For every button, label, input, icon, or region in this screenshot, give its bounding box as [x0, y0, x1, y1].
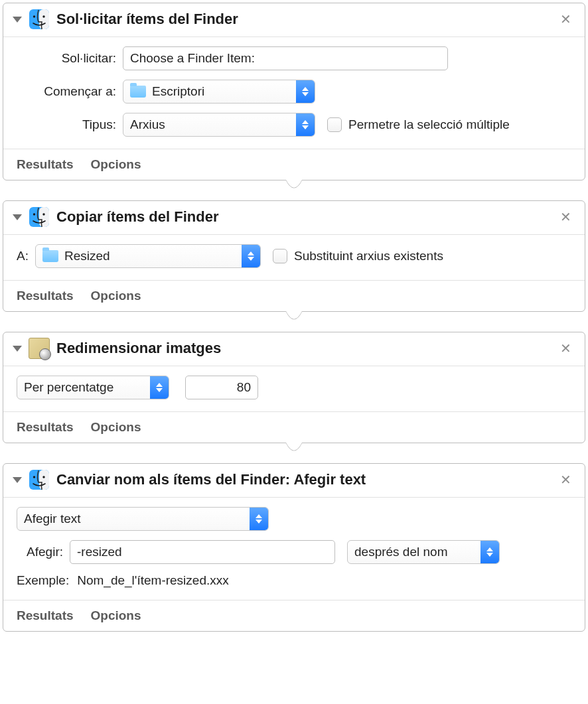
- svg-rect-9: [39, 470, 49, 490]
- close-icon[interactable]: ✕: [556, 472, 575, 488]
- results-button[interactable]: Resultats: [17, 157, 74, 172]
- action-footer: Resultats Opcions: [3, 149, 585, 180]
- start-at-select[interactable]: Escriptori: [123, 80, 315, 104]
- action-body: Per percentatge: [3, 366, 585, 411]
- workflow-connector: [3, 311, 585, 332]
- add-label: Afegir:: [17, 545, 70, 559]
- allow-multiple-label: Permetre la selecció múltiple: [348, 117, 510, 132]
- svg-rect-5: [39, 207, 49, 227]
- start-at-label: Començar a:: [17, 84, 123, 99]
- svg-point-7: [42, 213, 44, 215]
- to-folder-select[interactable]: Resized: [35, 244, 261, 268]
- rename-mode-select[interactable]: Afegir text: [17, 507, 269, 531]
- action-scale-images: Redimensionar imatges ✕ Per percentatge …: [3, 332, 585, 443]
- to-folder-value: Resized: [64, 249, 110, 263]
- svg-point-11: [42, 476, 44, 478]
- action-copy-finder-items: Copiar ítems del Finder ✕ A: Resized Sub…: [3, 200, 585, 312]
- action-footer: Resultats Opcions: [3, 600, 585, 631]
- updown-arrows-icon: [480, 541, 499, 563]
- disclosure-triangle-icon[interactable]: [13, 214, 22, 220]
- updown-arrows-icon: [242, 245, 260, 267]
- replace-existing-checkbox[interactable]: [273, 249, 287, 263]
- updown-arrows-icon: [250, 508, 268, 530]
- disclosure-triangle-icon[interactable]: [13, 346, 22, 352]
- updown-arrows-icon: [296, 80, 315, 103]
- disclosure-triangle-icon[interactable]: [13, 17, 22, 23]
- action-footer: Resultats Opcions: [3, 411, 585, 443]
- folder-icon: [130, 86, 146, 98]
- updown-arrows-icon: [296, 113, 315, 136]
- svg-point-6: [33, 213, 35, 215]
- action-body: Afegir text Afegir: després del nom Exem…: [3, 498, 585, 600]
- type-label: Tipus:: [17, 117, 123, 132]
- example-label: Exemple:: [17, 573, 69, 588]
- prompt-label: Sol·licitar:: [17, 51, 123, 66]
- options-button[interactable]: Opcions: [91, 608, 141, 623]
- action-body: A: Resized Substituint arxius existents: [3, 235, 585, 280]
- action-title: Copiar ítems del Finder: [56, 208, 556, 226]
- results-button[interactable]: Resultats: [17, 289, 74, 303]
- svg-point-3: [42, 15, 44, 17]
- rename-mode-value: Afegir text: [24, 512, 81, 526]
- results-button[interactable]: Resultats: [17, 420, 74, 435]
- options-button[interactable]: Opcions: [91, 157, 141, 172]
- svg-point-10: [33, 476, 35, 478]
- action-title: Canviar nom als ítems del Finder: Afegir…: [56, 471, 556, 488]
- close-icon[interactable]: ✕: [556, 11, 575, 27]
- workflow-connector: [3, 443, 585, 464]
- action-rename-finder-items: Canviar nom als ítems del Finder: Afegir…: [3, 463, 585, 632]
- finder-icon: [29, 206, 50, 228]
- prompt-input[interactable]: [123, 46, 448, 70]
- allow-multiple-checkbox[interactable]: [327, 117, 342, 132]
- folder-icon: [42, 250, 58, 262]
- preview-icon: [29, 338, 50, 359]
- action-body: Sol·licitar: Començar a: Escriptori Tipu…: [3, 37, 585, 149]
- svg-rect-1: [39, 9, 49, 29]
- action-header: Redimensionar imatges ✕: [3, 332, 585, 366]
- replace-existing-label: Substituint arxius existents: [294, 249, 443, 263]
- position-select[interactable]: després del nom: [347, 540, 500, 564]
- action-header: Copiar ítems del Finder ✕: [3, 201, 585, 235]
- example-value: Nom_de_l'ítem-resized.xxx: [77, 573, 229, 588]
- action-title: Redimensionar imatges: [56, 340, 556, 357]
- results-button[interactable]: Resultats: [17, 608, 74, 623]
- position-value: després del nom: [354, 545, 447, 559]
- start-at-value: Escriptori: [152, 84, 204, 99]
- action-ask-finder-items: Sol·licitar ítems del Finder ✕ Sol·licit…: [3, 3, 585, 180]
- action-title: Sol·licitar ítems del Finder: [56, 11, 556, 28]
- workflow-connector: [3, 180, 585, 201]
- updown-arrows-icon: [150, 376, 169, 399]
- close-icon[interactable]: ✕: [556, 209, 575, 225]
- type-value: Arxius: [130, 117, 165, 132]
- svg-point-2: [33, 15, 35, 17]
- add-text-input[interactable]: [70, 540, 335, 564]
- action-footer: Resultats Opcions: [3, 280, 585, 311]
- scale-value-input[interactable]: [185, 376, 258, 399]
- options-button[interactable]: Opcions: [91, 420, 141, 435]
- action-header: Sol·licitar ítems del Finder ✕: [3, 3, 585, 37]
- to-label: A:: [17, 249, 35, 263]
- options-button[interactable]: Opcions: [91, 289, 141, 303]
- close-icon[interactable]: ✕: [556, 340, 575, 356]
- finder-icon: [29, 469, 50, 490]
- type-select[interactable]: Arxius: [123, 113, 315, 137]
- disclosure-triangle-icon[interactable]: [13, 477, 22, 483]
- finder-icon: [29, 9, 50, 30]
- scale-mode-select[interactable]: Per percentatge: [17, 376, 169, 399]
- action-header: Canviar nom als ítems del Finder: Afegir…: [3, 464, 585, 498]
- scale-mode-value: Per percentatge: [24, 380, 113, 395]
